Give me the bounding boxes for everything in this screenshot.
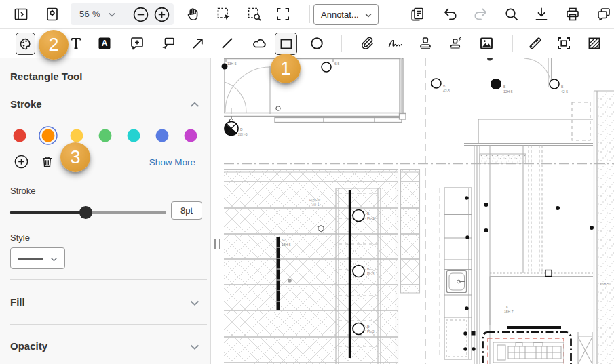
image-icon bbox=[478, 35, 495, 52]
sink-fixture bbox=[447, 271, 467, 293]
callout-icon bbox=[160, 35, 176, 52]
cloud-tool-button[interactable] bbox=[249, 33, 269, 54]
palette-icon bbox=[18, 37, 33, 52]
hatched-region bbox=[224, 169, 420, 364]
ellipse-tool-button[interactable] bbox=[307, 33, 327, 54]
pan-tool-button[interactable] bbox=[183, 4, 204, 24]
comments-button[interactable] bbox=[594, 4, 614, 24]
svg-text:B: B bbox=[561, 85, 564, 89]
redo-button[interactable] bbox=[470, 4, 491, 24]
opacity-section-header[interactable]: Opacity bbox=[10, 340, 47, 352]
callout-tool-button[interactable] bbox=[158, 33, 178, 54]
chevron-up-icon[interactable] bbox=[189, 100, 200, 110]
measure-tool-button[interactable] bbox=[525, 33, 545, 54]
cloud-icon bbox=[251, 35, 267, 52]
fill-section-header[interactable]: Fill bbox=[10, 296, 25, 308]
svg-text:28H-5: 28H-5 bbox=[238, 132, 248, 136]
chevron-down-icon[interactable] bbox=[189, 298, 200, 308]
hexagon-symbol bbox=[318, 226, 324, 232]
arrow-tool-button[interactable] bbox=[188, 33, 208, 54]
highlight-tool-button[interactable]: A bbox=[94, 33, 115, 54]
attachment-tool-button[interactable] bbox=[357, 33, 377, 54]
add-color-icon[interactable] bbox=[14, 154, 29, 169]
svg-text:PL-3: PL-3 bbox=[367, 329, 375, 333]
zoom-out-icon bbox=[132, 6, 149, 23]
compare-pages-icon bbox=[409, 6, 425, 22]
stroke-section-header[interactable]: Stroke bbox=[10, 98, 42, 110]
zoom-in-button[interactable] bbox=[151, 4, 172, 24]
print-button[interactable] bbox=[562, 4, 583, 24]
svg-text:15H-5: 15H-5 bbox=[600, 282, 609, 286]
crop-frame-icon bbox=[556, 35, 572, 52]
top-right-section: B42-5 B12H-5 B42-5 bbox=[431, 58, 614, 146]
zoom-in-icon bbox=[153, 6, 170, 23]
sticky-note-icon bbox=[129, 35, 145, 52]
svg-text:F(B)-W: F(B)-W bbox=[309, 198, 320, 202]
download-button[interactable] bbox=[531, 4, 552, 24]
zoom-level-value[interactable]: 56 % bbox=[79, 9, 100, 19]
view-mode-dropdown[interactable]: Annotat... bbox=[313, 4, 379, 25]
hatched-square-icon bbox=[586, 35, 602, 52]
slider-thumb[interactable] bbox=[79, 206, 92, 219]
top-toolbar: 56 % Annotat... bbox=[0, 0, 614, 29]
undo-button[interactable] bbox=[440, 4, 461, 24]
color-swatch-red[interactable] bbox=[10, 126, 29, 145]
sidebar-toggle-icon bbox=[13, 6, 29, 22]
signature-tool-button[interactable] bbox=[385, 33, 405, 54]
stroke-width-label: Stroke bbox=[10, 186, 36, 196]
svg-text:K: K bbox=[506, 305, 509, 309]
stamp-tool-button[interactable] bbox=[415, 33, 436, 54]
floor-plan-drawing: BPL-3 BPL-3 BPL-3 S2 18H-5 F(B)-W A9-1 1… bbox=[212, 58, 614, 364]
toolbar-divider bbox=[309, 5, 310, 23]
stroke-width-value[interactable]: 8pt bbox=[171, 201, 202, 220]
marquee-zoom-icon bbox=[246, 6, 263, 22]
sidebar-toggle-button[interactable] bbox=[11, 4, 31, 24]
comments-icon bbox=[596, 6, 612, 22]
search-button[interactable] bbox=[501, 4, 522, 24]
compare-pages-button[interactable] bbox=[407, 4, 427, 24]
search-icon bbox=[503, 6, 520, 22]
crop-tool-button[interactable] bbox=[554, 33, 574, 54]
color-swatch-teal[interactable] bbox=[124, 126, 143, 145]
svg-text:D: D bbox=[240, 127, 243, 132]
svg-text:S2: S2 bbox=[282, 238, 286, 242]
style-panel-button[interactable] bbox=[16, 33, 35, 55]
color-swatch-green[interactable] bbox=[96, 126, 115, 145]
multi-select-button[interactable] bbox=[214, 4, 234, 24]
text-tool-button[interactable] bbox=[66, 33, 86, 54]
color-swatch-blue[interactable] bbox=[153, 126, 172, 145]
rectangle-tool-button[interactable] bbox=[275, 33, 297, 55]
marquee-zoom-button[interactable] bbox=[244, 4, 265, 24]
color-swatch-orange-selected[interactable] bbox=[39, 126, 58, 145]
rooms-and-casework: K 15H-7 bbox=[440, 146, 593, 364]
stippled-wall: 15H-5 bbox=[590, 91, 614, 364]
pan-hand-icon bbox=[185, 6, 202, 22]
document-settings-button[interactable] bbox=[42, 4, 62, 24]
image-tool-button[interactable] bbox=[476, 33, 497, 54]
step-badge-2: 2 bbox=[39, 30, 69, 60]
swatch-actions bbox=[14, 154, 54, 171]
zoom-out-button[interactable] bbox=[130, 4, 151, 24]
delete-color-icon[interactable] bbox=[40, 154, 54, 169]
svg-text:A9-1: A9-1 bbox=[312, 203, 320, 207]
redaction-tool-button[interactable] bbox=[584, 33, 605, 54]
show-more-link[interactable]: Show More bbox=[149, 157, 195, 167]
stroke-width-slider[interactable] bbox=[10, 209, 166, 216]
fullscreen-button[interactable] bbox=[273, 4, 293, 24]
line-style-select[interactable] bbox=[10, 247, 65, 269]
color-swatch-purple[interactable] bbox=[181, 126, 200, 145]
paperclip-icon bbox=[359, 35, 375, 52]
annotation-toolbar: A bbox=[0, 29, 614, 58]
highlight-tool-icon: A bbox=[96, 35, 113, 52]
svg-text:12H-5: 12H-5 bbox=[503, 89, 513, 94]
chevron-down-icon[interactable] bbox=[109, 12, 115, 17]
door-swing-arcs bbox=[225, 66, 270, 114]
document-viewer[interactable]: BPL-3 BPL-3 BPL-3 S2 18H-5 F(B)-W A9-1 1… bbox=[212, 58, 614, 364]
line-tool-button[interactable] bbox=[217, 33, 237, 54]
sticky-note-tool-button[interactable] bbox=[127, 33, 147, 54]
chevron-down-icon[interactable] bbox=[189, 342, 200, 352]
dynamic-stamp-tool-button[interactable] bbox=[446, 33, 466, 54]
panel-resize-handle[interactable] bbox=[214, 239, 220, 249]
stroke-color-swatches bbox=[10, 126, 200, 145]
document-settings-icon bbox=[44, 6, 60, 22]
